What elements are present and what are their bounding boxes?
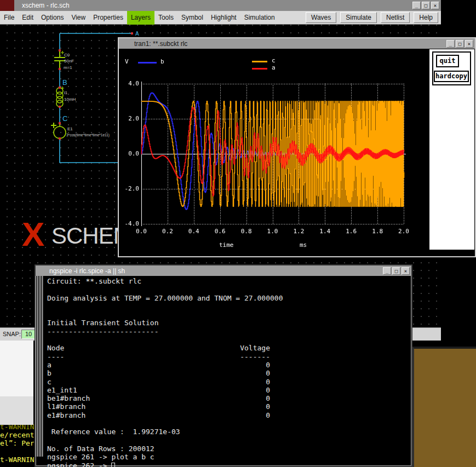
xschem-window-title: xschem - rlc.sch <box>22 2 70 9</box>
capacitor-ref: C0 <box>64 53 70 57</box>
x-tick-1.6: 1.6 <box>342 228 360 235</box>
menu-item-symbol[interactable]: Symbol <box>177 11 207 25</box>
plot-window: tran1: **.subckt rlc _ □ ✕ Vbca4.02.00.0… <box>118 37 476 257</box>
y-tick-2.0: 2.0 <box>121 115 139 122</box>
capacitor-mult: m=1 <box>64 65 72 70</box>
x-tick-0.4: 0.4 <box>185 228 203 235</box>
plot-window-titlebar[interactable]: tran1: **.subckt rlc _ □ ✕ <box>119 38 475 49</box>
warning-line <box>0 447 34 456</box>
background-terminal-warnings: t-WARNINGe/recentlyel”: Perm t-WARNING <box>0 423 34 467</box>
x-axis-unit: ms <box>300 241 307 249</box>
y-tick--2.0: -2.0 <box>121 185 139 192</box>
menu-items: FileEditOptionsViewPropertiesLayersTools… <box>0 11 279 24</box>
x-tick-1.0: 1.0 <box>263 228 282 235</box>
legend-line-c <box>252 61 267 62</box>
background-white-window <box>0 341 33 425</box>
capacitor-value: 50nF <box>64 59 74 64</box>
net-label-c[interactable]: C <box>62 114 67 123</box>
x-tick-0.0: 0.0 <box>132 228 151 235</box>
inductor-symbol[interactable] <box>56 88 63 107</box>
menu-item-properties[interactable]: Properties <box>89 11 127 25</box>
xschem-window-icon <box>0 0 14 11</box>
background-olive-window <box>412 347 476 467</box>
plot-body: Vbca4.02.00.0-2.0-4.00.00.20.40.60.81.01… <box>119 49 475 256</box>
menu-item-view[interactable]: View <box>67 11 89 25</box>
maximize-icon[interactable]: □ <box>422 2 430 9</box>
terminal-cursor <box>111 463 115 467</box>
x-axis-title: time <box>219 241 234 249</box>
maximize-icon[interactable]: □ <box>392 267 400 275</box>
simulate-button[interactable]: Simulate <box>340 12 377 23</box>
y-tick-0.0: 0.0 <box>121 150 139 157</box>
waves-button[interactable]: Waves <box>306 12 336 23</box>
inductor-value: 10mH <box>64 97 76 102</box>
x-tick-0.2: 0.2 <box>158 228 177 235</box>
terminal-scrollbar[interactable] <box>36 276 44 457</box>
y-tick-4.0: 4.0 <box>121 80 139 87</box>
menu-item-edit[interactable]: Edit <box>18 11 37 25</box>
close-icon[interactable]: ✕ <box>431 2 439 9</box>
quit-button[interactable]: quit <box>436 55 459 67</box>
background-white-window-strip <box>0 396 33 425</box>
x-tick-0.8: 0.8 <box>237 228 256 235</box>
minimize-icon[interactable]: _ <box>383 267 391 275</box>
net-label-b[interactable]: B <box>62 78 67 87</box>
terminal-titlebar[interactable]: ngspice -i rlc.spice -a || sh _ □ ✕ <box>36 266 411 276</box>
snap-input[interactable]: 10 <box>21 330 36 339</box>
x-tick-2.0: 2.0 <box>394 228 413 235</box>
y-tick--4.0: -4.0 <box>121 220 139 227</box>
toolbar-buttons: WavesSimulateNetlistHelp <box>306 12 441 23</box>
close-icon[interactable]: ✕ <box>402 267 410 275</box>
legend-line-a <box>252 68 267 70</box>
y-axis-label: V <box>125 58 129 65</box>
menu-item-tools[interactable]: Tools <box>154 11 177 25</box>
plot-control-panel: quit hardcopy <box>429 49 474 250</box>
legend-label-c: c <box>272 57 276 64</box>
terminal-window: ngspice -i rlc.spice -a || sh _ □ ✕ Circ… <box>35 264 412 467</box>
legend-label-a: a <box>272 64 276 71</box>
help-button[interactable]: Help <box>414 12 438 23</box>
x-tick-1.4: 1.4 <box>316 228 334 235</box>
xschem-logo-x: X <box>22 215 44 253</box>
x-tick-1.8: 1.8 <box>368 228 387 235</box>
netlist-button[interactable]: Netlist <box>381 12 410 23</box>
xschem-titlebar[interactable]: xschem - rlc.sch _ □ ✕ <box>0 0 441 11</box>
snap-label: SNAP: <box>3 331 21 337</box>
net-label-a[interactable]: A <box>135 31 139 37</box>
menu-item-highlight[interactable]: Highlight <box>207 11 240 25</box>
source-value: 3*cos(time*time*time*1e11) <box>66 133 110 137</box>
plot-window-title: tran1: **.subckt rlc <box>134 40 187 48</box>
hardcopy-button[interactable]: hardcopy <box>434 71 469 82</box>
terminal-title: ngspice -i rlc.spice -a || sh <box>49 267 125 275</box>
x-tick-0.6: 0.6 <box>211 228 230 235</box>
inductor-ref: l1 <box>64 90 68 95</box>
close-icon[interactable]: ✕ <box>465 40 473 48</box>
warning-line: e/recently <box>0 431 34 439</box>
xschem-menubar: FileEditOptionsViewPropertiesLayersTools… <box>0 11 441 25</box>
menu-item-file[interactable]: File <box>0 11 18 25</box>
waveform-plot <box>119 49 429 256</box>
terminal-output[interactable]: Circuit: **.subckt rlc Doing analysis at… <box>47 277 283 467</box>
legend-label-b: b <box>160 58 164 65</box>
minimize-icon[interactable]: _ <box>446 40 455 48</box>
warning-line: el”: Perm <box>0 439 34 447</box>
warning-line: t-WARNING <box>0 456 34 464</box>
maximize-icon[interactable]: □ <box>456 40 464 48</box>
legend-line-b <box>138 62 157 64</box>
x-tick-1.2: 1.2 <box>289 228 308 235</box>
source-ref: E1 <box>67 126 73 131</box>
minimize-icon[interactable]: _ <box>412 2 421 9</box>
menu-item-options[interactable]: Options <box>37 11 67 25</box>
voltage-source-symbol[interactable] <box>51 123 66 139</box>
menu-item-simulation[interactable]: Simulation <box>240 11 279 25</box>
menu-item-layers[interactable]: Layers <box>127 11 154 25</box>
